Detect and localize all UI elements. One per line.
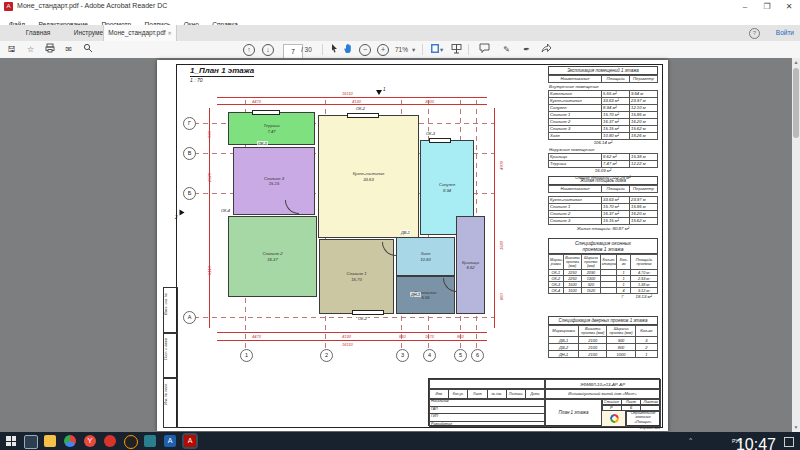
start-button[interactable] — [6, 436, 16, 446]
clock[interactable]: 10:47 04.03.2024 — [696, 435, 776, 450]
zoom-in-icon[interactable]: + — [377, 44, 389, 56]
scroll-up-icon[interactable]: ▲ — [792, 58, 800, 67]
title-bar: A Моне_стандарт.pdf - Adobe Acrobat Read… — [0, 0, 800, 14]
room-porch: Крыльцо8.62 — [456, 216, 485, 314]
windows-spec-table: Спецификация оконных проемов 1 этажа Мар… — [548, 238, 658, 299]
acrobat-taskbar-icon[interactable]: A — [184, 435, 196, 447]
notification-icon[interactable] — [784, 437, 794, 447]
yandex-browser-icon[interactable]: Y — [84, 435, 96, 447]
comment-icon[interactable] — [478, 43, 491, 56]
drawing-title: 1_План 1 этажа — [190, 66, 254, 77]
close-button[interactable]: ✕ — [778, 0, 800, 13]
room-bedroom2: Спальня 216.37 — [228, 216, 317, 297]
page-count-label: / 30 — [301, 44, 312, 55]
autocad-icon[interactable]: A — [164, 435, 176, 447]
label-ok2-bottom: ОК-2 — [357, 316, 368, 321]
room-kitchen: Кухня-гостиная33.63 — [318, 115, 419, 238]
pencil-icon[interactable]: ✎ — [500, 43, 513, 56]
axis-col-3: 3 — [396, 349, 409, 362]
star-icon[interactable]: ☆ — [24, 43, 37, 56]
select-tool-icon[interactable] — [328, 43, 341, 56]
section-mark-icon — [376, 90, 382, 95]
zoom-caret-icon[interactable]: ▾ — [412, 44, 415, 55]
restore-button[interactable]: ❐ — [756, 0, 778, 13]
axis-row-g: Г — [183, 117, 196, 130]
label-ok2-top: ОК-2 — [355, 106, 366, 111]
scroll-down-icon[interactable]: ▼ — [792, 423, 800, 432]
prev-page-icon[interactable]: ↑ — [243, 44, 255, 56]
section-label: 2 — [175, 215, 178, 220]
search-icon[interactable] — [81, 43, 94, 56]
room-terrace: Терраса7.47 — [228, 112, 315, 145]
window-mark — [352, 310, 384, 315]
window-mark — [347, 113, 379, 118]
room-hall: Холл10.80 — [396, 237, 455, 276]
share-icon[interactable] — [540, 43, 553, 56]
presentation-icon[interactable] — [450, 43, 463, 56]
label-ok3: ОК-3 — [425, 131, 436, 136]
sheet-name: План 1 этажа — [544, 398, 603, 427]
drawing-scale: 1 : 70 — [190, 77, 203, 83]
section-mark-icon — [180, 210, 185, 216]
room-bedroom1: Спальня 115.70 — [319, 239, 394, 314]
axis-row-v: В — [183, 147, 196, 160]
minimize-button[interactable]: – — [734, 0, 756, 13]
fill-sign-icon[interactable]: ✒ — [520, 43, 533, 56]
section-label: 1 — [383, 87, 386, 92]
pdf-page: Взам. инв. № Подп. и дата Инв. № подл. 1… — [157, 60, 668, 431]
tray-caret-icon[interactable]: ^ — [689, 437, 692, 443]
doors-spec-table: Спецификация дверных проемов 1 этажа Мар… — [548, 316, 658, 358]
explication-table: Экспликация помещений 1 этажа Наименован… — [548, 66, 658, 181]
next-page-icon[interactable]: ↓ — [262, 44, 274, 56]
margin-box: Инв. № подл. — [163, 377, 178, 428]
label-ok1: ОК-1 — [257, 141, 268, 146]
window-mark — [429, 138, 451, 143]
label-ok4: ОК-4 — [220, 208, 231, 213]
window-mark — [252, 110, 280, 115]
tab-document-label: Моне_стандарт.pdf — [108, 29, 165, 36]
window-title: Моне_стандарт.pdf - Adobe Acrobat Reader… — [17, 2, 167, 9]
vertical-scrollbar[interactable]: ▲ ▼ — [792, 58, 800, 432]
taskbar: Y A A ^ РУС 10:47 04.03.2024 — [0, 432, 800, 450]
label-dv1: ДВ-1 — [400, 230, 411, 235]
view-caret-icon[interactable]: ▾ — [440, 44, 443, 55]
help-icon[interactable]: ? — [749, 28, 760, 39]
email-icon[interactable]: ✉ — [62, 43, 75, 56]
signin-button[interactable]: Войти — [776, 25, 794, 41]
axis-col-1: 1 — [240, 349, 253, 362]
task-view-icon[interactable] — [24, 435, 38, 449]
axis-col-6: 6 — [471, 349, 484, 362]
hand-tool-icon[interactable] — [342, 43, 355, 56]
axis-col-5: 5 — [454, 349, 467, 362]
scrollbar-thumb[interactable] — [793, 68, 799, 138]
margin-box: Взам. инв. № — [163, 287, 178, 334]
room-bedroom3: Спальня 315.15 — [233, 147, 315, 215]
main-toolbar: 🖫 ☆ ✉ ↑ ↓ / 30 − + 71% ▾ ▾ ✎ ✒ — [0, 41, 800, 59]
axis-col-2: 2 — [320, 349, 333, 362]
axis-row-b: Б — [183, 187, 196, 200]
document-viewport[interactable]: Взам. инв. № Подп. и дата Инв. № подл. 1… — [0, 58, 800, 432]
save-icon[interactable]: 🖫 — [5, 43, 18, 56]
format-label: Формат А3 — [639, 426, 660, 430]
app-icon-red[interactable] — [104, 435, 116, 447]
page-number-input[interactable] — [283, 44, 303, 59]
margin-box: Подп. и дата — [163, 332, 178, 379]
tab-close-icon[interactable]: ✕ — [167, 30, 171, 36]
acrobat-app-icon: A — [4, 2, 13, 11]
axis-col-4: 4 — [423, 349, 436, 362]
label-dn1: ДН-1 — [410, 292, 421, 297]
zoom-out-icon[interactable]: − — [359, 44, 371, 56]
tab-home[interactable]: Главная — [18, 25, 58, 41]
axis-row-a: А — [183, 311, 196, 324]
tab-bar: Главная Инструменты Моне_стандарт.pdf ✕ … — [0, 25, 800, 42]
tab-document[interactable]: Моне_стандарт.pdf ✕ — [103, 25, 177, 41]
title-block: ЭФМВЛ-10-п13-АР. АР Индивидуальный жилой… — [428, 378, 660, 426]
zoom-level[interactable]: 71% — [395, 44, 408, 55]
living-area-table: Жилая площадь дома НаименованиеПлощадьПе… — [548, 176, 658, 232]
print-icon[interactable] — [43, 43, 56, 56]
app-icon-dark[interactable] — [124, 435, 138, 449]
chrome-icon[interactable] — [64, 435, 76, 447]
file-explorer-icon[interactable] — [44, 435, 56, 447]
company-name: Строительнаякомпания«Позиция» — [625, 410, 661, 427]
app-icon-teal[interactable] — [144, 435, 156, 447]
